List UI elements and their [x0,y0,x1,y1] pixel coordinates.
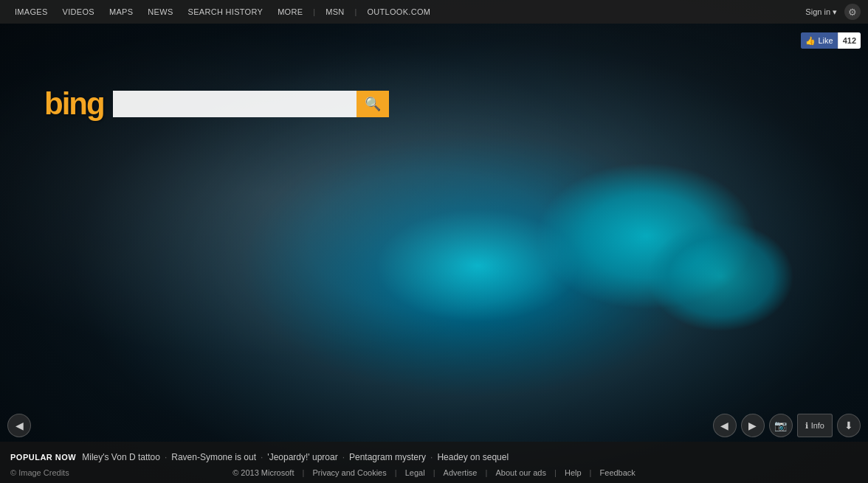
image-credits: © Image Credits [10,468,69,477]
footer-sep-2: | [431,468,438,477]
popular-item-1[interactable]: Raven-Symone is out [171,452,256,462]
next-button[interactable]: ▶ [741,414,765,437]
facebook-thumbs-icon: 👍 [805,36,816,46]
settings-gear-icon[interactable]: ⚙ [844,4,861,20]
search-button[interactable]: 🔍 [356,91,389,117]
footer-copyright: © 2013 Microsoft [227,468,300,477]
footer-sep-0: | [300,468,306,477]
bottom-bar: POPULAR NOW Miley's Von D tattoo · Raven… [0,442,868,483]
footer-advertise[interactable]: Advertise [438,468,483,477]
nav-news[interactable]: NEWS [140,7,180,16]
prev-icon: ◀ [720,420,728,431]
download-icon: ⬇ [844,420,853,431]
footer-sep-4: | [552,468,559,477]
nav-separator-1: | [310,7,318,16]
nav-search-history[interactable]: SEARCH HISTORY [181,7,271,16]
nav-more[interactable]: MORE [270,7,310,16]
info-label: Info [811,421,824,430]
footer-about-ads[interactable]: About our ads [489,468,552,477]
bottom-left-controls: ◀ [7,414,31,437]
bg-overlay [0,0,868,483]
facebook-like-label: Like [818,36,833,45]
top-navigation: IMAGES VIDEOS MAPS NEWS SEARCH HISTORY M… [0,0,868,24]
footer-sep-3: | [483,468,489,477]
popular-sep-2: · [342,452,345,462]
footer-privacy[interactable]: Privacy and Cookies [306,468,392,477]
bing-logo: bing [44,88,104,119]
footer-links: © 2013 Microsoft | Privacy and Cookies |… [0,468,868,483]
camera-button[interactable]: 📷 [769,414,793,437]
search-input[interactable] [113,91,356,117]
footer-feedback[interactable]: Feedback [594,468,641,477]
popular-now-section: POPULAR NOW Miley's Von D tattoo · Raven… [0,442,868,467]
bottom-right-controls: ◀ ▶ 📷 ℹ Info ⬇ [713,414,861,437]
search-area: bing 🔍 [44,88,389,119]
nav-links: IMAGES VIDEOS MAPS NEWS SEARCH HISTORY M… [7,7,805,16]
nav-maps[interactable]: MAPS [102,7,140,16]
download-button[interactable]: ⬇ [837,414,861,437]
next-icon: ▶ [748,420,757,431]
search-box-wrapper: 🔍 [113,91,389,117]
nav-outlook[interactable]: OUTLOOK.COM [359,7,438,16]
popular-item-3[interactable]: Pentagram mystery [349,452,426,462]
nav-msn[interactable]: MSN [318,7,351,16]
nav-images[interactable]: IMAGES [7,7,55,16]
popular-now-label: POPULAR NOW [10,453,76,462]
info-button[interactable]: ℹ Info [797,414,833,437]
bing-logo-text: bing [44,86,104,121]
nav-videos[interactable]: VIDEOS [55,7,102,16]
popular-sep-0: · [165,452,167,462]
footer-legal[interactable]: Legal [399,468,431,477]
popular-item-0[interactable]: Miley's Von D tattoo [82,452,160,462]
nav-right: Sign in ▾ ⚙ [805,4,861,20]
facebook-like-widget: 👍 Like 412 [801,32,861,49]
facebook-like-count: 412 [838,32,861,49]
popular-item-2[interactable]: 'Jeopardy!' uproar [267,452,337,462]
footer-sep-5: | [588,468,594,477]
signin-button[interactable]: Sign in ▾ [805,7,837,17]
footer-sep-1: | [393,468,399,477]
nav-separator-2: | [352,7,360,16]
popular-sep-3: · [430,452,433,462]
facebook-like-button[interactable]: 👍 Like [801,32,837,49]
popular-items-list: Miley's Von D tattoo · Raven-Symone is o… [82,452,509,462]
prev-arrow-icon: ◀ [16,420,24,431]
popular-item-4[interactable]: Headey on sequel [437,452,509,462]
signin-arrow: ▾ [833,7,837,17]
signin-label: Sign in [805,7,830,16]
popular-sep-1: · [261,452,263,462]
prev-image-button[interactable]: ◀ [7,414,31,437]
footer-help[interactable]: Help [559,468,588,477]
info-icon: ℹ [805,421,808,431]
prev-button[interactable]: ◀ [713,414,737,437]
search-icon: 🔍 [365,96,381,112]
camera-icon: 📷 [774,420,787,431]
